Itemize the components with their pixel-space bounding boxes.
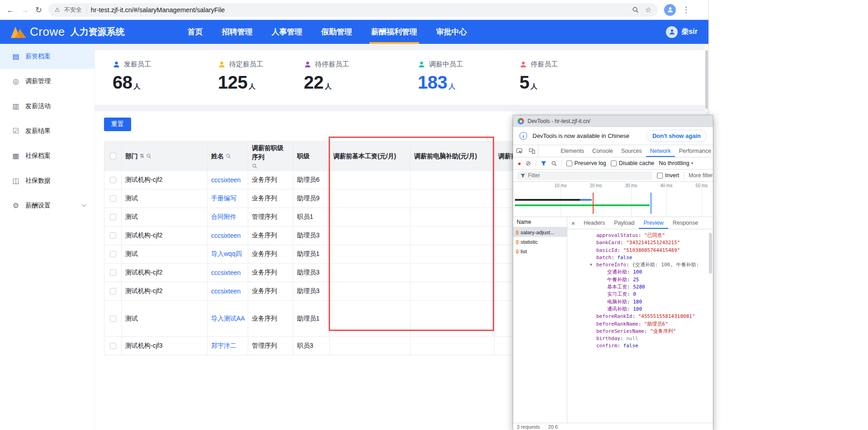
nav-attendance[interactable]: 假勤管理 — [320, 20, 354, 44]
sidebar-item-social-data[interactable]: ◫ 社保数据 — [0, 168, 94, 193]
employee-link[interactable]: 导入wqq四 — [211, 250, 242, 258]
row-checkbox[interactable] — [110, 316, 116, 322]
col-computer-subsidy[interactable]: 调薪前电脑补助(元/月) — [410, 142, 495, 171]
devtools-tab-performance[interactable]: Performance — [675, 145, 713, 157]
devtools-titlebar[interactable]: DevTools - hr-test.zjf-it.cn/ — [513, 115, 713, 127]
column-search-icon[interactable] — [252, 163, 257, 169]
sort-icon[interactable]: ⇅ — [140, 151, 144, 161]
record-button[interactable]: ● — [518, 161, 521, 166]
preview-line[interactable]: 电脑补助: 180 — [567, 298, 713, 306]
column-search-icon[interactable] — [146, 153, 151, 159]
detail-tab-response[interactable]: Response — [668, 217, 703, 229]
header-user[interactable]: 柴sir — [666, 26, 698, 38]
security-label[interactable]: 不安全 — [64, 6, 87, 14]
employee-link[interactable]: 郑宇洋二 — [211, 342, 236, 350]
employee-link[interactable]: cccsixteen — [211, 269, 241, 276]
back-icon[interactable]: ← — [6, 6, 14, 14]
row-checkbox[interactable] — [110, 214, 116, 220]
bookmark-star-icon[interactable]: ☆ — [645, 5, 651, 14]
col-series[interactable]: 调薪前职级序列 — [248, 142, 293, 171]
preview-line[interactable]: ▼beforeInfo: {交通补助: 100, 午餐补助: — [567, 261, 713, 269]
employee-link[interactable]: 合同附件 — [211, 213, 236, 221]
forward-icon[interactable]: → — [21, 6, 29, 14]
devtools-tab-network[interactable]: Network — [646, 145, 675, 157]
preview-line[interactable]: 午餐补助: 25 — [567, 276, 713, 284]
preview-line[interactable]: approvalStatus: "已同意" — [567, 232, 713, 239]
preview-line[interactable]: birthday: null — [567, 335, 713, 342]
request-row[interactable]: {} salary-adjust... — [513, 227, 567, 237]
sidebar-item-salary-file[interactable]: ▤ 薪资档案 — [0, 44, 94, 69]
request-list-header[interactable]: Name — [513, 217, 567, 227]
clear-button[interactable]: ⊘ — [526, 160, 531, 166]
column-search-icon[interactable] — [226, 153, 231, 159]
disable-cache-checkbox[interactable]: Disable cache — [611, 160, 655, 166]
security-warning-icon[interactable]: ⚠ — [55, 6, 60, 13]
row-checkbox[interactable] — [110, 195, 116, 202]
employee-link[interactable]: cccsixteen — [211, 232, 241, 239]
detail-tab-payload[interactable]: Payload — [609, 217, 639, 229]
request-row[interactable]: {} statistic — [513, 237, 567, 246]
request-row[interactable]: {} list — [513, 246, 567, 256]
close-detail-icon[interactable]: × — [567, 219, 579, 227]
browser-menu-icon[interactable]: ⋮ — [682, 5, 690, 14]
employee-link[interactable]: 手册编写 — [211, 194, 236, 203]
row-checkbox[interactable] — [110, 288, 116, 294]
preview-line[interactable]: beforeRankName: "助理员6" — [567, 321, 713, 328]
nav-home[interactable]: 首页 — [186, 20, 205, 44]
row-checkbox[interactable] — [110, 343, 116, 349]
employee-link[interactable]: cccsixteen — [211, 176, 241, 184]
zoom-icon[interactable] — [632, 6, 639, 13]
network-search-icon[interactable] — [551, 161, 557, 166]
nav-hr[interactable]: 人事管理 — [270, 20, 304, 44]
url-text[interactable]: hr-test.zjf-it.cn/#/salaryManagement/sal… — [91, 6, 628, 14]
browser-profile-avatar[interactable] — [664, 4, 676, 16]
sidebar-item-payroll-result[interactable]: ☑ 发薪结果 — [0, 118, 94, 143]
refresh-icon[interactable]: ↻ — [35, 6, 42, 14]
device-toolbar-icon[interactable] — [526, 145, 538, 157]
preview-line[interactable]: bankCard: "3432141251243215" — [567, 239, 713, 246]
sidebar-item-salary-settings[interactable]: ⚙ 薪酬设置 — [0, 193, 94, 218]
nav-recruitment[interactable]: 招聘管理 — [220, 20, 255, 44]
network-filter-input[interactable] — [517, 171, 652, 180]
preview-line[interactable]: 实习工资: 0 — [567, 291, 713, 298]
url-bar[interactable]: ⚠ 不安全 hr-test.zjf-it.cn/#/salaryManageme… — [48, 3, 658, 17]
preserve-log-checkbox[interactable]: Preserve log — [566, 160, 606, 166]
employee-link[interactable]: cccsixteen — [211, 288, 241, 295]
employee-link[interactable]: 导入测试AA — [211, 315, 245, 323]
sidebar-item-social-archive[interactable]: ▦ 社保档案 — [0, 143, 94, 168]
devtools-tab-sources[interactable]: Sources — [617, 145, 646, 157]
col-dept[interactable]: 部门 ⇅ — [122, 142, 208, 171]
preview-line[interactable]: beforeSeriesName: "业务序列" — [567, 328, 713, 335]
filter-toggle-icon[interactable] — [541, 161, 547, 166]
select-all-checkbox[interactable] — [110, 153, 116, 159]
sidebar-item-payroll-activity[interactable]: ▥ 发薪活动 — [0, 94, 94, 118]
preview-line[interactable]: basicId: "51038085764415489" — [567, 247, 713, 254]
preview-line[interactable]: confirm: false — [567, 342, 713, 350]
col-name[interactable]: 姓名 — [208, 142, 248, 171]
col-rank[interactable]: 职级 — [293, 142, 330, 171]
col-base-salary[interactable]: 调薪前基本工资(元/月) — [330, 142, 410, 171]
network-overview-timeline[interactable]: 10 ms 20 ms 30 ms 40 ms 50 ms — [513, 182, 713, 217]
more-filters-button[interactable]: More filters — [689, 172, 713, 179]
devtools-tab-console[interactable]: Console — [588, 145, 617, 157]
dont-show-again-button[interactable]: Don't show again — [646, 130, 707, 142]
preview-line[interactable]: beforeRankId: "45555155814318081" — [567, 313, 713, 320]
detail-tab-preview[interactable]: Preview — [639, 217, 668, 229]
throttling-select[interactable]: No throttling ▾ — [659, 160, 693, 166]
preview-line[interactable]: 通讯补助: 100 — [567, 306, 713, 313]
preview-line[interactable]: batch: false — [567, 254, 713, 261]
invert-checkbox[interactable]: Invert — [657, 172, 679, 179]
row-checkbox[interactable] — [110, 269, 116, 276]
preview-scrollbar[interactable] — [709, 233, 712, 274]
row-checkbox[interactable] — [110, 251, 116, 257]
detail-tab-headers[interactable]: Headers — [579, 217, 609, 229]
preview-line[interactable]: 基本工资: 5280 — [567, 284, 713, 291]
expander-icon[interactable]: ▼ — [590, 261, 596, 269]
nav-compensation[interactable]: 薪酬福利管理 — [369, 20, 419, 44]
row-checkbox[interactable] — [110, 177, 116, 183]
preview-tree[interactable]: approvalStatus: "已同意" bankCard: "3432141… — [567, 229, 713, 423]
reset-button[interactable]: 重置 — [104, 118, 131, 131]
sidebar-item-salary-adjust[interactable]: ◎ 调薪管理 — [0, 69, 94, 94]
nav-approval-center[interactable]: 审批中心 — [434, 20, 469, 44]
preview-line[interactable]: 交通补助: 100 — [567, 269, 713, 276]
